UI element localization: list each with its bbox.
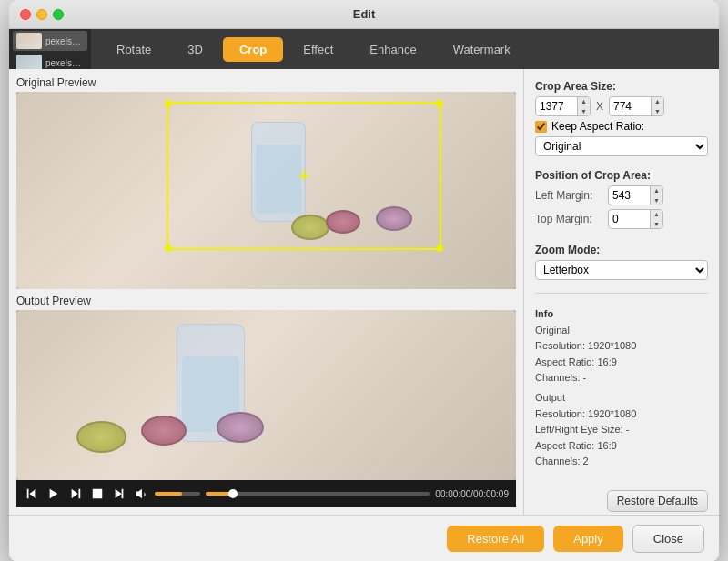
height-input[interactable] (610, 97, 651, 115)
original-image (16, 92, 516, 289)
volume-fill (155, 492, 182, 496)
glass-water (256, 145, 301, 214)
tab-effect[interactable]: Effect (287, 37, 349, 62)
thumb-label-1: pexels-jill-... (46, 36, 84, 46)
info-original-channels: Channels: - (535, 370, 708, 386)
info-original-aspect: Aspect Ratio: 16:9 (535, 355, 708, 371)
skip-forward-icon (113, 487, 126, 500)
output-macaron-purple (217, 412, 264, 443)
width-up-button[interactable]: ▲ (578, 96, 590, 106)
info-block: Info Original Resolution: 1920*1080 Aspe… (535, 306, 708, 470)
video-controls: 00:00:00/00:00:09 (16, 480, 516, 507)
tab-enhance[interactable]: Enhance (353, 37, 432, 62)
skip-back-button[interactable] (24, 486, 40, 502)
left-margin-spin-buttons: ▲ ▼ (650, 185, 662, 205)
preview-panel: Original Preview (9, 69, 523, 515)
close-button[interactable]: Close (632, 525, 704, 553)
info-original-label: Original (535, 323, 708, 339)
info-output-channels: Channels: 2 (535, 454, 708, 470)
crop-corner-bl[interactable] (165, 245, 172, 252)
crop-size-row: ▲ ▼ X ▲ ▼ (535, 96, 708, 116)
top-margin-spin-buttons: ▲ ▼ (650, 209, 662, 229)
left-margin-label: Left Margin: (535, 189, 608, 202)
output-macaron-pink (141, 416, 187, 446)
left-margin-up-button[interactable]: ▲ (651, 185, 662, 195)
macaron-green (291, 215, 329, 240)
nav-tabs: Rotate 3D Crop Effect Enhance Watermark (91, 29, 719, 69)
skip-back-icon (25, 487, 38, 500)
macaron-pink (326, 210, 360, 234)
volume-bar[interactable] (155, 492, 200, 496)
height-up-button[interactable]: ▲ (652, 96, 663, 106)
thumbnail-item-1[interactable]: pexels-jill-... (13, 31, 87, 51)
step-forward-button[interactable] (67, 486, 84, 502)
left-margin-down-button[interactable]: ▼ (651, 195, 662, 205)
crop-area-size-section: Crop Area Size: ▲ ▼ X ▲ ▼ (535, 80, 708, 156)
zoom-mode-select[interactable]: Letterbox Pan & Scale Full (535, 260, 708, 280)
progress-bar[interactable] (206, 492, 430, 496)
crop-corner-tl[interactable] (165, 100, 172, 107)
top-margin-up-button[interactable]: ▲ (651, 209, 662, 219)
output-preview-canvas (16, 310, 516, 480)
top-margin-label: Top Margin: (535, 213, 608, 225)
restore-all-button[interactable]: Restore All (447, 526, 544, 552)
aspect-ratio-select[interactable]: Original 16:9 4:3 1:1 (535, 136, 708, 156)
stop-button[interactable] (89, 486, 106, 502)
glass-shape (251, 122, 306, 222)
restore-defaults-button[interactable]: Restore Defaults (607, 490, 708, 512)
window-title: Edit (353, 7, 376, 21)
top-margin-down-button[interactable]: ▼ (651, 219, 662, 229)
title-bar: Edit (9, 0, 719, 29)
maximize-traffic-light[interactable] (53, 9, 64, 20)
nav-bar: pexels-jill-... pexels-ko... Rotate 3D C… (9, 29, 719, 69)
tab-watermark[interactable]: Watermark (437, 37, 527, 62)
original-preview-label: Original Preview (16, 76, 516, 89)
divider-1 (535, 293, 708, 294)
keep-aspect-ratio-checkbox[interactable] (535, 121, 547, 133)
crop-position-section: Position of Crop Area: Left Margin: ▲ ▼ … (535, 169, 708, 233)
tab-3d[interactable]: 3D (171, 37, 219, 62)
height-spinner[interactable]: ▲ ▼ (609, 96, 664, 116)
thumb-image-1 (16, 33, 42, 49)
macaron-purple (376, 206, 412, 231)
output-image (16, 310, 516, 480)
output-macaron-green (76, 421, 126, 453)
width-spinner[interactable]: ▲ ▼ (535, 96, 591, 116)
width-input[interactable] (536, 97, 577, 115)
size-x-label: X (596, 100, 603, 113)
info-output-label: Output (535, 390, 708, 406)
minimize-traffic-light[interactable] (36, 9, 47, 20)
tab-rotate[interactable]: Rotate (100, 37, 167, 62)
right-panel: Crop Area Size: ▲ ▼ X ▲ ▼ (523, 69, 719, 515)
crop-corner-tr[interactable] (436, 100, 443, 107)
skip-forward-button[interactable] (111, 486, 127, 502)
zoom-mode-section: Zoom Mode: Letterbox Pan & Scale Full (535, 244, 708, 280)
top-margin-spinner[interactable]: ▲ ▼ (608, 209, 663, 229)
time-display: 00:00:00/00:00:09 (435, 489, 509, 499)
speaker-icon (135, 487, 147, 500)
left-margin-spinner[interactable]: ▲ ▼ (608, 185, 663, 205)
info-title: Info (535, 306, 708, 323)
main-window: Edit pexels-jill-... pexels-ko... Rotate… (9, 0, 719, 561)
tab-crop[interactable]: Crop (223, 37, 283, 62)
traffic-lights (20, 9, 64, 20)
keep-aspect-ratio-row: Keep Aspect Ratio: (535, 120, 708, 133)
output-preview-label: Output Preview (16, 295, 516, 307)
close-traffic-light[interactable] (20, 9, 31, 20)
svg-rect-0 (93, 489, 103, 499)
step-forward-icon (69, 487, 82, 500)
height-down-button[interactable]: ▼ (652, 106, 663, 116)
original-preview-canvas (16, 92, 516, 289)
volume-icon[interactable] (133, 486, 149, 502)
keep-aspect-ratio-label: Keep Aspect Ratio: (551, 120, 644, 133)
width-down-button[interactable]: ▼ (578, 106, 590, 116)
output-preview-section: Output Preview (16, 295, 516, 507)
left-margin-input[interactable] (609, 186, 650, 205)
bottom-bar: Restore All Apply Close (9, 515, 719, 561)
top-margin-input[interactable] (609, 210, 650, 228)
play-button[interactable] (46, 486, 62, 502)
info-output-eye-size: Left/Right Eye Size: - (535, 422, 708, 438)
progress-thumb[interactable] (228, 489, 238, 498)
apply-button[interactable]: Apply (553, 526, 623, 552)
crop-corner-br[interactable] (436, 245, 443, 252)
